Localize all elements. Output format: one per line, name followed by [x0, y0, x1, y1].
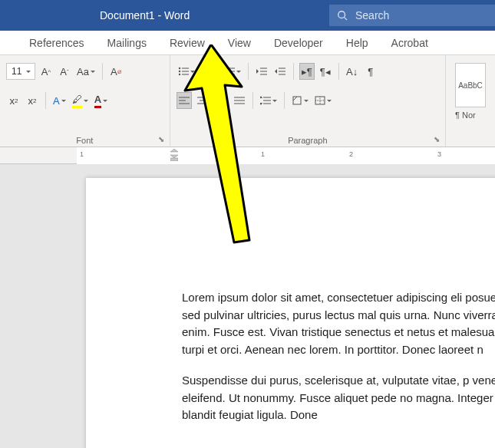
subscript-button[interactable]: x2 [6, 92, 21, 109]
svg-point-0 [338, 12, 345, 18]
tab-mailings[interactable]: Mailings [107, 37, 147, 49]
style-no-spacing[interactable]: ¶ Nor [455, 110, 489, 120]
document-title: Document1 - Word [0, 9, 190, 21]
document-page[interactable]: Lorem ipsum dolor sit amet, consectetuer… [86, 178, 495, 448]
shading-button[interactable] [290, 92, 310, 109]
font-dialog-launcher[interactable]: ⬊ [158, 135, 167, 144]
align-center-button[interactable] [195, 92, 210, 109]
svg-text:3: 3 [201, 72, 203, 76]
separator [293, 63, 294, 80]
document-body[interactable]: Lorem ipsum dolor sit amet, consectetuer… [182, 289, 495, 438]
horizontal-ruler[interactable]: 1 1 2 3 [77, 147, 495, 164]
tab-help[interactable]: Help [346, 37, 368, 49]
svg-marker-40 [260, 96, 262, 98]
shrink-font-button[interactable]: Aˇ [57, 63, 72, 80]
tab-view[interactable]: View [228, 37, 251, 49]
ruler-mark: 3 [437, 150, 441, 158]
highlight-button[interactable]: 🖊 [71, 92, 90, 109]
tab-references[interactable]: References [29, 37, 84, 49]
decrease-indent-button[interactable] [254, 63, 269, 80]
ltr-button[interactable]: ▸¶ [299, 63, 315, 80]
svg-marker-46 [170, 149, 178, 152]
paragraph-1[interactable]: Lorem ipsum dolor sit amet, consectetuer… [182, 289, 495, 358]
sort-button[interactable]: A↓ [345, 63, 360, 80]
ruler-mark: 1 [261, 150, 265, 158]
bullets-button[interactable] [177, 63, 196, 80]
align-right-button[interactable] [213, 92, 229, 109]
align-left-button[interactable] [177, 92, 192, 109]
svg-marker-17 [256, 69, 259, 74]
font-color-button[interactable]: A [93, 92, 109, 109]
svg-point-2 [178, 68, 180, 69]
font-group: 11 A^ Aˇ Aa A⌀ x2 x2 A 🖊 A Font ⬊ [0, 55, 170, 147]
search-icon [337, 10, 348, 21]
paragraph-group: 123 ▸¶ ¶◂ A↓ ¶ Paragraph ⬊ [170, 55, 446, 147]
svg-marker-47 [170, 155, 178, 158]
text-effects-button[interactable]: A [51, 92, 68, 109]
ribbon: 11 A^ Aˇ Aa A⌀ x2 x2 A 🖊 A Font ⬊ 123 ▸ [0, 55, 495, 147]
line-spacing-button[interactable] [259, 92, 279, 109]
separator [45, 92, 46, 109]
show-marks-button[interactable]: ¶ [363, 63, 378, 80]
tab-acrobat[interactable]: Acrobat [391, 37, 428, 49]
numbering-button[interactable]: 123 [200, 63, 219, 80]
borders-button[interactable] [313, 92, 333, 109]
paragraph-dialog-launcher[interactable]: ⬊ [434, 135, 443, 144]
increase-indent-button[interactable] [272, 63, 288, 80]
separator [252, 92, 253, 109]
svg-line-1 [345, 18, 348, 21]
indent-marker[interactable] [170, 149, 178, 161]
svg-point-6 [178, 74, 180, 75]
svg-point-4 [178, 71, 180, 72]
tab-developer[interactable]: Developer [274, 37, 323, 49]
separator [284, 92, 285, 109]
grow-font-button[interactable]: A^ [38, 63, 54, 80]
title-bar: Document1 - Word Search [0, 0, 495, 31]
ruler-mark: 2 [349, 150, 353, 158]
svg-marker-21 [275, 69, 277, 74]
paragraph-2[interactable]: Suspendisse dui purus, scelerisque at, v… [182, 372, 495, 424]
search-box[interactable]: Search [329, 5, 495, 26]
styles-group: AaBbC ¶ Nor [446, 55, 495, 147]
tab-review[interactable]: Review [170, 37, 205, 49]
font-size-value: 11 [12, 66, 21, 77]
paragraph-group-label: Paragraph [170, 136, 445, 145]
svg-rect-42 [293, 97, 301, 104]
ribbon-tabs: References Mailings Review View Develope… [0, 31, 495, 55]
change-case-button[interactable]: Aa [75, 63, 97, 80]
font-group-label: Font [0, 136, 170, 145]
superscript-button[interactable]: x2 [25, 92, 40, 109]
ruler-mark: 1 [80, 150, 84, 158]
clear-formatting-button[interactable]: A⌀ [108, 63, 124, 80]
svg-marker-41 [260, 103, 262, 105]
multilevel-list-button[interactable] [223, 63, 243, 80]
style-normal[interactable]: AaBbC [455, 63, 486, 107]
separator [338, 63, 339, 80]
search-placeholder: Search [355, 9, 389, 21]
rtl-button[interactable]: ¶◂ [318, 63, 333, 80]
separator [248, 63, 249, 80]
font-size-combo[interactable]: 11 [6, 63, 35, 80]
ruler-area: 1 1 2 3 [0, 147, 495, 164]
justify-button[interactable] [232, 92, 247, 109]
separator [102, 63, 103, 80]
svg-rect-48 [170, 158, 178, 161]
